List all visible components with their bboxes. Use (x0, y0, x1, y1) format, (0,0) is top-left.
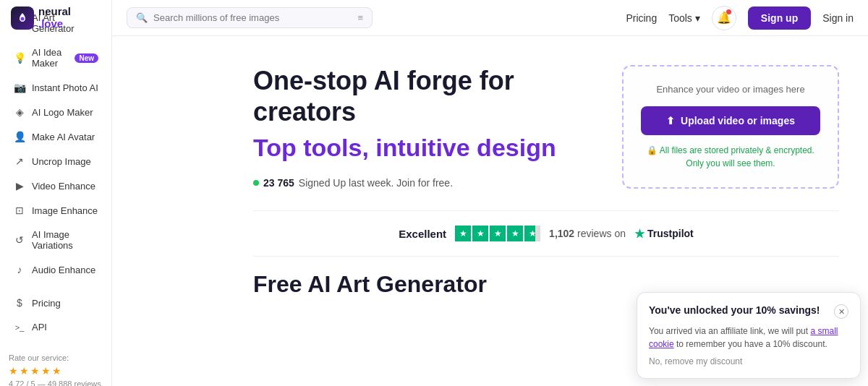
audio-icon: ♪ (13, 264, 26, 275)
tp-star-3: ★ (490, 226, 506, 241)
hero-stat: 23 765 Signed Up last week. Join for fre… (253, 177, 593, 189)
variations-icon: ↺ (13, 234, 26, 246)
image-enhance-icon: ⊡ (13, 205, 26, 216)
sidebar-item-label: Image Enhance (32, 205, 98, 216)
reviews-label: reviews on (577, 228, 626, 239)
sidebar-item-video-enhance[interactable]: ▶ Video Enhance (4, 174, 107, 197)
search-bar[interactable]: 🔍 ≡ (127, 7, 373, 28)
idea-icon: 💡 (13, 52, 26, 64)
sidebar-item-audio-enhance[interactable]: ♪ Audio Enhance (4, 258, 107, 281)
star-rating[interactable]: ★ ★ ★ ★ ★ (9, 365, 103, 377)
tp-star-4: ★ (507, 226, 523, 241)
sidebar-item-label: API (32, 322, 98, 333)
star-4: ★ (41, 365, 51, 377)
photo-icon: 📷 (13, 82, 26, 93)
cookie-dismiss-link[interactable]: No, remove my discount (649, 356, 848, 366)
video-icon: ▶ (13, 180, 26, 192)
stat-text: Signed Up last week. Join for free. (299, 177, 453, 189)
excellent-label: Excellent (399, 228, 446, 240)
main-content: One-stop AI forge for creators Top tools… (224, 36, 868, 386)
cookie-popup: You've unlocked your 10% savings! ✕ You … (637, 292, 861, 379)
cookie-text-before-link: You arrived via an affiliate link, we wi… (649, 326, 808, 336)
signin-link[interactable]: Sign in (822, 12, 854, 24)
trustpilot-star-icon: ★ (634, 227, 644, 241)
sidebar-item-instant-photo-ai[interactable]: 📷 Instant Photo AI (4, 76, 107, 99)
sidebar-item-ai-logo-maker[interactable]: ◈ AI Logo Maker (4, 100, 107, 124)
sidebar-item-label: Video Enhance (32, 181, 98, 192)
sidebar-item-label: AI Idea Maker (32, 47, 69, 69)
cookie-close-button[interactable]: ✕ (834, 304, 848, 319)
sidebar-item-label: AI Image Variations (32, 229, 98, 251)
hero-text: One-stop AI forge for creators Top tools… (253, 65, 593, 189)
sidebar-item-label: Uncrop Image (32, 156, 98, 167)
hero-subheading: Top tools, intuitive design (253, 133, 593, 163)
sidebar-item-pricing[interactable]: $ Pricing (4, 291, 107, 314)
new-badge: New (75, 53, 98, 63)
security-message: All files are stored privately & encrypt… (660, 145, 814, 168)
sidebar-item-make-ai-avatar[interactable]: 👤 Make AI Avatar (4, 125, 107, 148)
uncrop-icon: ↗ (13, 155, 26, 167)
sidebar-item-label: AI Logo Maker (32, 107, 98, 118)
tp-star-2: ★ (472, 226, 488, 241)
tp-star-5-half: ★ (524, 226, 540, 241)
tools-label: Tools (668, 12, 692, 24)
logo-icon (11, 7, 34, 30)
tp-star-1: ★ (455, 226, 471, 241)
sidebar-item-label: Pricing (32, 298, 98, 309)
sidebar-item-label: Instant Photo AI (32, 82, 98, 93)
upload-button-label: Upload video or images (681, 115, 795, 126)
rating-text: 4.72 / 5 — 49 888 reviews (9, 379, 103, 386)
upload-security-text: 🔒 All files are stored privately & encry… (641, 144, 820, 170)
cookie-popup-header: You've unlocked your 10% savings! ✕ (649, 304, 848, 319)
notification-dot (726, 9, 731, 14)
logo-icon: ◈ (13, 106, 26, 118)
star-1: ★ (9, 365, 18, 377)
reviews-text: 1,102 reviews on (549, 228, 626, 239)
signup-button[interactable]: Sign up (748, 7, 811, 30)
upload-icon: ⬆ (666, 115, 675, 126)
avatar-icon: 👤 (13, 131, 26, 142)
search-input[interactable] (153, 12, 352, 23)
rate-service: Rate our service: ★ ★ ★ ★ ★ 4.72 / 5 — 4… (0, 348, 111, 386)
upload-box: Enhance your video or images here ⬆ Uplo… (622, 65, 839, 189)
sidebar-item-uncrop-image[interactable]: ↗ Uncrop Image (4, 150, 107, 173)
pricing-nav-link[interactable]: Pricing (626, 12, 657, 24)
rate-label: Rate our service: (9, 353, 69, 362)
sidebar-item-ai-idea-maker[interactable]: 💡 AI Idea Maker New (4, 41, 107, 74)
sidebar-item-image-enhance[interactable]: ⊡ Image Enhance (4, 199, 107, 222)
sidebar-item-ai-image-variations[interactable]: ↺ AI Image Variations (4, 223, 107, 257)
sidebar-item-label: Audio Enhance (32, 265, 98, 275)
star-5: ★ (52, 365, 61, 377)
logo[interactable]: neural .love (11, 6, 71, 30)
green-dot-icon (253, 180, 259, 186)
logo-text: neural .love (38, 6, 71, 30)
stat-number: 23 765 (263, 177, 294, 189)
hero-section: One-stop AI forge for creators Top tools… (253, 65, 839, 189)
sidebar-item-label: Make AI Avatar (32, 132, 98, 142)
trustpilot-stars: ★ ★ ★ ★ ★ (455, 226, 540, 241)
hero-heading: One-stop AI forge for creators (253, 65, 593, 127)
upload-button[interactable]: ⬆ Upload video or images (641, 106, 820, 135)
sidebar-item-api[interactable]: >_ API (4, 316, 107, 338)
notification-bell-button[interactable]: 🔔 (712, 6, 736, 30)
lock-icon: 🔒 (647, 145, 658, 155)
cookie-title: You've unlocked your 10% savings! (649, 304, 820, 316)
upload-label: Enhance your video or images here (641, 84, 820, 95)
filter-icon[interactable]: ≡ (357, 12, 363, 23)
trustpilot-section: Excellent ★ ★ ★ ★ ★ 1,102 reviews on ★ T… (253, 210, 839, 257)
header: neural .love 🔍 ≡ Pricing Tools ▾ 🔔 Sign … (112, 0, 868, 36)
svg-point-0 (21, 17, 25, 20)
tools-chevron-icon: ▾ (695, 12, 700, 24)
pricing-icon: $ (13, 297, 26, 309)
trustpilot-name: Trustpilot (647, 228, 694, 239)
logo-love: .love (38, 18, 71, 30)
reviews-count: 1,102 (549, 228, 574, 239)
tools-nav[interactable]: Tools ▾ (668, 12, 700, 24)
star-3: ★ (30, 365, 40, 377)
api-icon: >_ (13, 323, 26, 332)
cookie-text-after-link: to remember you have a 10% discount. (676, 339, 827, 349)
search-icon: 🔍 (136, 12, 148, 23)
trustpilot-logo: ★ Trustpilot (634, 227, 694, 241)
star-2: ★ (20, 365, 29, 377)
header-nav: Pricing Tools ▾ 🔔 Sign up Sign in (626, 6, 854, 30)
